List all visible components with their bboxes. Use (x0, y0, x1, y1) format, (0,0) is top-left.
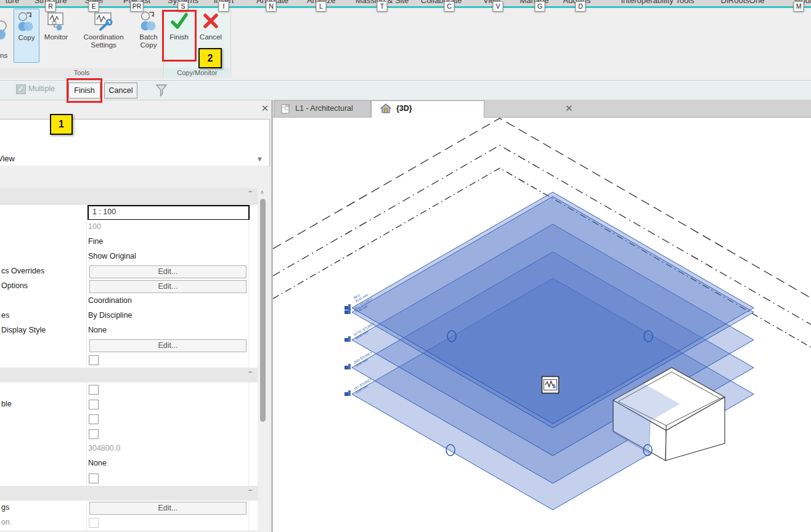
keytip-L: L (316, 1, 327, 12)
property-value[interactable]: Show Original (88, 252, 136, 260)
property-checkbox[interactable] (89, 355, 99, 365)
annotation-step-1-badge: 1 (50, 114, 73, 135)
property-row: 1 : 100 (0, 205, 258, 220)
property-label: Options (1, 281, 28, 290)
view-tab-bar: L1 - Architectural {3D} ✕ (273, 100, 811, 118)
property-checkbox[interactable] (89, 429, 99, 439)
section-header-row[interactable]: ˆˆ (0, 486, 258, 501)
3d-view-canvas[interactable]: SKD9140 mm3RD STOREY7140 mmATTIC STOREY6… (273, 117, 811, 532)
keytip-V: V (493, 1, 503, 12)
batch-copy-label: Copy (134, 41, 163, 49)
monitor-button[interactable]: Monitor (39, 9, 73, 62)
property-row: cs OverridesEdit... (0, 264, 258, 280)
panel-label-tools[interactable]: Tools (0, 68, 163, 78)
property-value-readonly: 100 (88, 222, 101, 231)
property-label: Display Style (1, 326, 46, 334)
multiple-checkbox[interactable]: ✓ (16, 84, 26, 94)
property-value[interactable]: Coordination (88, 296, 132, 305)
annotation-red-box-ribbon-finish (162, 10, 197, 62)
property-checkbox[interactable] (89, 474, 99, 483)
property-checkbox[interactable] (89, 414, 99, 424)
ribbon: ns CopyMonitorCoordinationSettingsBatchC… (0, 7, 811, 81)
level-planes[interactable] (352, 192, 754, 510)
edit-button[interactable]: Edit... (89, 502, 247, 515)
properties-close-icon[interactable]: ✕ (259, 103, 271, 114)
keytip-M: M (794, 1, 804, 12)
annotation-step-2-badge: 2 (198, 48, 222, 68)
scroll-up-icon[interactable]: ∧ (260, 189, 264, 195)
chevron-down-icon[interactable]: ▼ (256, 155, 263, 163)
type-selector-box[interactable]: View ▼ (0, 119, 270, 166)
property-row: esBy Discipline (0, 308, 258, 324)
property-row: 304800.0 (0, 441, 258, 457)
property-row: OptionsEdit... (0, 279, 258, 294)
keytip-G: G (535, 1, 545, 12)
multiple-label: Multiple (28, 84, 55, 93)
property-value-readonly: 304800.0 (88, 444, 120, 453)
keytip-C: C (444, 1, 455, 12)
property-value[interactable]: Fine (88, 237, 103, 246)
section-header-row[interactable]: ˆˆ (0, 368, 258, 383)
property-row: Fine (0, 235, 258, 250)
view-tab-l1-architectural[interactable]: L1 - Architectural (274, 100, 371, 118)
property-row: Edit... (0, 338, 258, 353)
property-label: ble (1, 400, 12, 408)
property-row: Show Original (0, 249, 258, 265)
view-tab-label: {3D} (396, 104, 412, 113)
property-label: cs Overrides (1, 267, 44, 275)
property-value[interactable]: None (88, 459, 107, 467)
type-selector-row: ∨ Edit Type (0, 166, 269, 185)
panel-separator (230, 9, 231, 78)
home-icon (380, 103, 391, 116)
property-row: None (0, 456, 258, 472)
keytip-D: D (576, 1, 586, 12)
property-row (0, 427, 258, 442)
copy-button[interactable]: Copy (14, 9, 39, 63)
options-cancel-button[interactable]: Cancel (104, 83, 137, 99)
collapse-chevron-icon[interactable]: ˆˆ (248, 490, 251, 496)
property-checkbox[interactable] (89, 400, 99, 409)
collapse-chevron-icon[interactable]: ˆˆ (248, 191, 251, 198)
copy-label: Copy (14, 34, 39, 42)
panel-label-copy-monitor[interactable]: Copy/Monitor (165, 68, 230, 78)
view-tab-3d[interactable]: {3D} ✕ (371, 100, 484, 118)
property-label: gs (1, 503, 9, 512)
coordination-settings-button[interactable]: CoordinationSettings (74, 9, 133, 62)
property-value[interactable]: By Discipline (88, 311, 132, 320)
property-row: 100 (0, 220, 258, 235)
copy-icon (16, 11, 37, 33)
revit-window: { "colors": { "accent_teal": "#35c4c4", … (0, 0, 811, 532)
annotation-red-box-options-finish (67, 78, 102, 103)
property-row: Coordination (0, 294, 258, 309)
property-value-editing[interactable]: 1 : 100 (88, 205, 250, 220)
section-header-row[interactable]: ˆˆ (0, 188, 258, 204)
type-selector-text: View (0, 154, 15, 163)
monitor-badge-icon (542, 377, 559, 393)
coordination-settings-label: Coordination (74, 33, 133, 41)
property-row (0, 382, 258, 398)
keytip-E: E (89, 1, 99, 12)
property-value[interactable]: None (88, 326, 107, 334)
property-row (0, 471, 258, 486)
properties-scrollbar[interactable]: ∧ (259, 188, 267, 532)
batch-copy-button[interactable]: BatchCopy (134, 9, 163, 62)
property-row (0, 412, 258, 427)
property-row: on (0, 515, 258, 531)
collapse-chevron-icon[interactable]: ˆˆ (248, 371, 251, 378)
edit-button[interactable]: Edit... (89, 280, 247, 293)
property-checkbox[interactable] (89, 385, 99, 395)
close-view-icon[interactable]: ✕ (565, 103, 573, 114)
cancel-label: Cancel (195, 33, 226, 41)
view-tab-label: L1 - Architectural (295, 104, 353, 113)
ribbon-partial-button[interactable]: ns (0, 16, 11, 69)
keytip-T: T (377, 1, 388, 12)
filter-funnel-icon[interactable] (155, 83, 168, 98)
edit-button[interactable]: Edit... (89, 339, 247, 352)
coordination-settings-icon (93, 10, 114, 33)
keytip-layer: REPRSINLTCVGDM (0, 0, 811, 14)
batch-copy-label: Batch (134, 33, 163, 41)
keytip-I: I (219, 1, 229, 12)
monitor-icon (46, 10, 67, 33)
scrollbar-thumb[interactable] (260, 199, 266, 422)
edit-button[interactable]: Edit... (89, 265, 247, 278)
